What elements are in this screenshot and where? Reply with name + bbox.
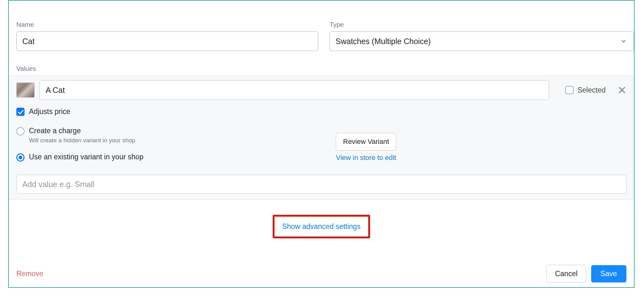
create-charge-label: Create a charge: [29, 127, 135, 135]
existing-variant-row: Use an existing variant in your shop: [16, 153, 626, 162]
type-selected-text: Swatches (Multiple Choice): [336, 37, 431, 46]
remove-link[interactable]: Remove: [16, 270, 43, 278]
top-fields-row: Name Type Swatches (Multiple Choice): [16, 21, 626, 51]
values-block: Selected Adjusts price Create a char: [9, 76, 634, 200]
values-label: Values: [16, 65, 626, 72]
advanced-settings-wrap: Show advanced settings: [16, 200, 626, 238]
selected-label: Selected: [577, 86, 606, 94]
value-row: Selected: [16, 80, 626, 100]
footer-actions: Remove Cancel Save: [9, 265, 634, 283]
create-charge-hint: Will create a hidden variant in your sho…: [29, 137, 135, 144]
existing-variant-label: Use an existing variant in your shop: [29, 153, 143, 161]
review-variant-block: Review Variant View in store to edit: [336, 133, 396, 162]
adjusts-price-checkbox[interactable]: [16, 108, 25, 116]
adjusts-price-row: Adjusts price: [16, 107, 626, 116]
option-editor-panel: Name Type Swatches (Multiple Choice): [8, 0, 635, 288]
swatch-thumbnail[interactable]: [16, 83, 35, 98]
selected-toggle: Selected: [565, 86, 606, 94]
name-input[interactable]: [16, 31, 318, 51]
name-label: Name: [16, 21, 318, 28]
view-in-store-link[interactable]: View in store to edit: [336, 154, 396, 162]
remove-value-icon[interactable]: [618, 86, 626, 94]
create-charge-radio[interactable]: [16, 127, 25, 135]
value-sub-controls: Adjusts price Create a charge Will creat…: [16, 100, 626, 170]
type-select[interactable]: Swatches (Multiple Choice): [330, 31, 634, 51]
value-text-input[interactable]: [40, 80, 549, 100]
create-charge-row: Create a charge Will create a hidden var…: [16, 127, 626, 144]
cancel-button[interactable]: Cancel: [547, 265, 586, 283]
show-advanced-settings-link[interactable]: Show advanced settings: [282, 222, 360, 231]
type-field-group: Type Swatches (Multiple Choice): [330, 21, 634, 51]
adjusts-price-label: Adjusts price: [29, 107, 70, 116]
name-field-group: Name: [16, 21, 318, 51]
existing-variant-radio[interactable]: [16, 153, 25, 162]
type-label: Type: [330, 21, 634, 28]
save-button[interactable]: Save: [591, 265, 626, 282]
advanced-highlight-box: Show advanced settings: [273, 215, 370, 238]
review-variant-button[interactable]: Review Variant: [336, 133, 396, 151]
selected-checkbox[interactable]: [565, 86, 574, 94]
add-value-input[interactable]: [16, 175, 626, 194]
